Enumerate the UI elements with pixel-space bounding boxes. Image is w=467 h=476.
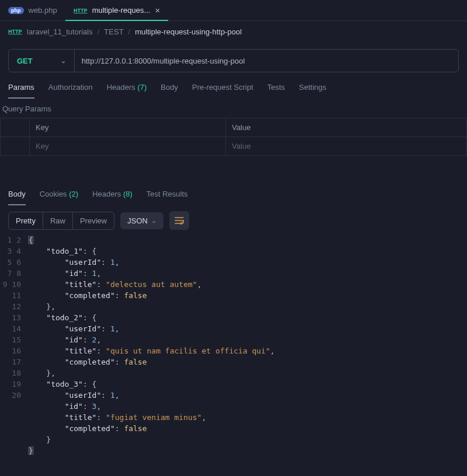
wrap-lines-button[interactable]: [169, 211, 189, 230]
file-tab-http-request[interactable]: HTTP multiple-reques... ×: [65, 0, 168, 20]
response-view-toolbar: Pretty Raw Preview JSON ⌄: [0, 205, 467, 230]
tab-tests[interactable]: Tests: [267, 83, 285, 99]
chevron-down-icon: ⌄: [151, 217, 156, 225]
response-tabs: Body Cookies (2) Headers (8) Test Result…: [0, 190, 467, 205]
tab-settings[interactable]: Settings: [299, 83, 326, 99]
request-row: GET ⌄: [8, 49, 459, 72]
request-subtabs: Params Authorization Headers (7) Body Pr…: [0, 83, 467, 99]
chevron-down-icon: ⌄: [61, 57, 66, 65]
tab-headers[interactable]: Headers (7): [107, 83, 147, 99]
query-params-label: Query Params: [0, 99, 467, 118]
http-icon: HTTP: [74, 7, 88, 14]
line-number-gutter: 1 2 3 4 5 6 7 8 9 10 11 12 13 14 15 16 1…: [0, 235, 28, 456]
table-header-value: Value: [226, 118, 467, 137]
query-params-table: Key Value Key Value: [0, 118, 467, 156]
breadcrumb-segment[interactable]: TEST: [104, 27, 123, 36]
tab-params[interactable]: Params: [8, 83, 34, 99]
svg-text:HTTP: HTTP: [8, 29, 22, 34]
file-tab-web-php[interactable]: php web.php: [0, 0, 65, 20]
tab-authorization[interactable]: Authorization: [48, 83, 93, 99]
response-format-select[interactable]: JSON ⌄: [120, 212, 163, 229]
svg-text:HTTP: HTTP: [74, 8, 88, 13]
view-mode-preview[interactable]: Preview: [72, 212, 114, 229]
close-icon[interactable]: ×: [155, 6, 160, 15]
tab-body[interactable]: Body: [161, 83, 178, 99]
table-row[interactable]: Key Value: [1, 137, 467, 156]
response-body-editor[interactable]: 1 2 3 4 5 6 7 8 9 10 11 12 13 14 15 16 1…: [0, 230, 467, 456]
breadcrumb-separator: /: [128, 27, 131, 36]
tab-pre-request-script[interactable]: Pre-request Script: [192, 83, 253, 99]
table-header-blank: [1, 118, 30, 137]
key-placeholder: Key: [36, 142, 48, 150]
http-method-select[interactable]: GET ⌄: [9, 50, 75, 72]
view-mode-raw[interactable]: Raw: [43, 212, 72, 229]
view-mode-pretty[interactable]: Pretty: [9, 212, 43, 229]
tab-label: web.php: [29, 6, 57, 15]
breadcrumb: HTTP laravel_11_tutorials / TEST / multi…: [0, 21, 467, 42]
editor-tabs-bar: php web.php HTTP multiple-reques... ×: [0, 0, 467, 21]
breadcrumb-segment[interactable]: multiple-request-using-http-pool: [135, 27, 242, 36]
response-tab-body[interactable]: Body: [8, 190, 26, 205]
code-content[interactable]: { "todo_1": { "userId": 1, "id": 1, "tit…: [28, 235, 467, 456]
http-method-label: GET: [17, 57, 33, 65]
response-tab-test-results[interactable]: Test Results: [147, 190, 188, 205]
request-url-input[interactable]: [75, 50, 458, 72]
response-tab-headers[interactable]: Headers (8): [92, 190, 133, 205]
http-icon: HTTP: [8, 28, 22, 35]
php-icon: php: [8, 7, 24, 14]
breadcrumb-segment[interactable]: laravel_11_tutorials: [27, 27, 93, 36]
breadcrumb-separator: /: [97, 27, 100, 36]
table-header-key: Key: [30, 118, 226, 137]
tab-label: multiple-reques...: [92, 6, 151, 15]
format-label: JSON: [127, 216, 148, 225]
view-mode-group: Pretty Raw Preview: [8, 212, 114, 230]
value-placeholder: Value: [232, 142, 250, 150]
response-tab-cookies[interactable]: Cookies (2): [40, 190, 78, 205]
